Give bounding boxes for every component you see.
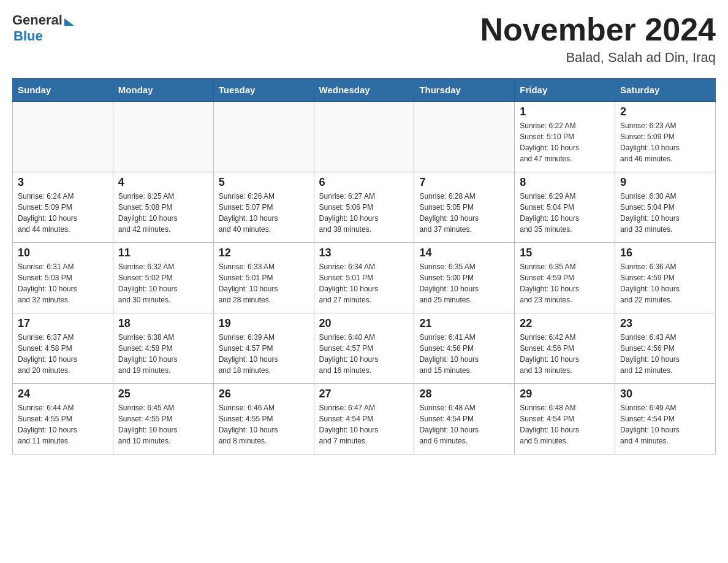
day-info: Sunrise: 6:43 AMSunset: 4:56 PMDaylight:… [620, 332, 710, 376]
day-number: 5 [219, 176, 309, 189]
logo: General Blue [12, 12, 74, 44]
day-number: 26 [219, 388, 309, 400]
calendar-week-row: 3Sunrise: 6:24 AMSunset: 5:09 PMDaylight… [13, 172, 716, 243]
day-number: 9 [620, 176, 710, 189]
day-of-week-header: Friday [515, 79, 615, 102]
day-info: Sunrise: 6:41 AMSunset: 4:56 PMDaylight:… [419, 332, 509, 376]
calendar-table: SundayMondayTuesdayWednesdayThursdayFrid… [12, 78, 716, 454]
day-number: 18 [118, 317, 208, 330]
calendar-day-cell: 12Sunrise: 6:33 AMSunset: 5:01 PMDayligh… [213, 243, 314, 313]
calendar-header-row: SundayMondayTuesdayWednesdayThursdayFrid… [13, 79, 716, 102]
calendar-day-cell: 3Sunrise: 6:24 AMSunset: 5:09 PMDaylight… [13, 172, 113, 243]
day-info: Sunrise: 6:31 AMSunset: 5:03 PMDaylight:… [18, 261, 108, 305]
day-info: Sunrise: 6:38 AMSunset: 4:58 PMDaylight:… [118, 332, 208, 376]
day-number: 3 [18, 176, 108, 189]
day-info: Sunrise: 6:27 AMSunset: 5:06 PMDaylight:… [319, 191, 409, 235]
day-info: Sunrise: 6:32 AMSunset: 5:02 PMDaylight:… [118, 261, 208, 305]
day-info: Sunrise: 6:33 AMSunset: 5:01 PMDaylight:… [219, 261, 309, 305]
day-of-week-header: Thursday [414, 79, 515, 102]
day-number: 8 [520, 176, 610, 189]
day-number: 1 [520, 105, 610, 118]
calendar-day-cell: 10Sunrise: 6:31 AMSunset: 5:03 PMDayligh… [13, 243, 113, 313]
calendar-week-row: 1Sunrise: 6:22 AMSunset: 5:10 PMDaylight… [13, 102, 716, 172]
calendar-day-cell: 24Sunrise: 6:44 AMSunset: 4:55 PMDayligh… [13, 384, 113, 454]
calendar-day-cell: 23Sunrise: 6:43 AMSunset: 4:56 PMDayligh… [615, 313, 716, 384]
day-info: Sunrise: 6:29 AMSunset: 5:04 PMDaylight:… [520, 191, 610, 235]
day-of-week-header: Tuesday [213, 79, 314, 102]
calendar-day-cell [414, 102, 515, 172]
day-number: 25 [118, 388, 208, 400]
calendar-day-cell: 30Sunrise: 6:49 AMSunset: 4:54 PMDayligh… [615, 384, 716, 454]
day-info: Sunrise: 6:48 AMSunset: 4:54 PMDaylight:… [419, 402, 509, 446]
calendar-week-row: 24Sunrise: 6:44 AMSunset: 4:55 PMDayligh… [13, 384, 716, 454]
calendar-day-cell: 15Sunrise: 6:35 AMSunset: 4:59 PMDayligh… [515, 243, 615, 313]
day-number: 2 [620, 105, 710, 118]
day-number: 7 [419, 176, 509, 189]
day-of-week-header: Wednesday [314, 79, 414, 102]
day-number: 6 [319, 176, 409, 189]
logo-blue-text: Blue [13, 28, 43, 44]
calendar-day-cell: 19Sunrise: 6:39 AMSunset: 4:57 PMDayligh… [213, 313, 314, 384]
calendar-day-cell: 27Sunrise: 6:47 AMSunset: 4:54 PMDayligh… [314, 384, 414, 454]
day-info: Sunrise: 6:44 AMSunset: 4:55 PMDaylight:… [18, 402, 108, 446]
day-number: 19 [219, 317, 309, 330]
day-number: 23 [620, 317, 710, 330]
calendar-day-cell: 26Sunrise: 6:46 AMSunset: 4:55 PMDayligh… [213, 384, 314, 454]
day-info: Sunrise: 6:42 AMSunset: 4:56 PMDaylight:… [520, 332, 610, 376]
day-info: Sunrise: 6:28 AMSunset: 5:05 PMDaylight:… [419, 191, 509, 235]
calendar-day-cell: 14Sunrise: 6:35 AMSunset: 5:00 PMDayligh… [414, 243, 515, 313]
day-info: Sunrise: 6:37 AMSunset: 4:58 PMDaylight:… [18, 332, 108, 376]
day-number: 24 [18, 388, 108, 400]
day-number: 15 [520, 247, 610, 259]
day-info: Sunrise: 6:35 AMSunset: 5:00 PMDaylight:… [419, 261, 509, 305]
calendar-day-cell: 4Sunrise: 6:25 AMSunset: 5:08 PMDaylight… [113, 172, 213, 243]
day-number: 14 [419, 247, 509, 259]
day-info: Sunrise: 6:47 AMSunset: 4:54 PMDaylight:… [319, 402, 409, 446]
calendar-title: November 2024 [480, 12, 716, 47]
calendar-day-cell [113, 102, 213, 172]
day-info: Sunrise: 6:39 AMSunset: 4:57 PMDaylight:… [219, 332, 309, 376]
calendar-day-cell: 11Sunrise: 6:32 AMSunset: 5:02 PMDayligh… [113, 243, 213, 313]
calendar-subtitle: Balad, Salah ad Din, Iraq [480, 50, 716, 66]
day-of-week-header: Sunday [13, 79, 113, 102]
day-info: Sunrise: 6:34 AMSunset: 5:01 PMDaylight:… [319, 261, 409, 305]
day-info: Sunrise: 6:30 AMSunset: 5:04 PMDaylight:… [620, 191, 710, 235]
calendar-day-cell: 5Sunrise: 6:26 AMSunset: 5:07 PMDaylight… [213, 172, 314, 243]
day-info: Sunrise: 6:23 AMSunset: 5:09 PMDaylight:… [620, 120, 710, 164]
day-info: Sunrise: 6:22 AMSunset: 5:10 PMDaylight:… [520, 120, 610, 164]
calendar-day-cell: 7Sunrise: 6:28 AMSunset: 5:05 PMDaylight… [414, 172, 515, 243]
day-number: 17 [18, 317, 108, 330]
day-info: Sunrise: 6:36 AMSunset: 4:59 PMDaylight:… [620, 261, 710, 305]
calendar-day-cell: 29Sunrise: 6:48 AMSunset: 4:54 PMDayligh… [515, 384, 615, 454]
calendar-day-cell [314, 102, 414, 172]
day-number: 20 [319, 317, 409, 330]
calendar-day-cell [13, 102, 113, 172]
calendar-day-cell: 25Sunrise: 6:45 AMSunset: 4:55 PMDayligh… [113, 384, 213, 454]
day-info: Sunrise: 6:48 AMSunset: 4:54 PMDaylight:… [520, 402, 610, 446]
calendar-day-cell: 20Sunrise: 6:40 AMSunset: 4:57 PMDayligh… [314, 313, 414, 384]
calendar-day-cell: 2Sunrise: 6:23 AMSunset: 5:09 PMDaylight… [615, 102, 716, 172]
logo-general-text: General [12, 12, 63, 28]
day-info: Sunrise: 6:49 AMSunset: 4:54 PMDaylight:… [620, 402, 710, 446]
calendar-day-cell: 13Sunrise: 6:34 AMSunset: 5:01 PMDayligh… [314, 243, 414, 313]
day-number: 28 [419, 388, 509, 400]
calendar-day-cell: 8Sunrise: 6:29 AMSunset: 5:04 PMDaylight… [515, 172, 615, 243]
title-block: November 2024 Balad, Salah ad Din, Iraq [480, 12, 716, 66]
day-of-week-header: Saturday [615, 79, 716, 102]
page-header: General Blue November 2024 Balad, Salah … [12, 12, 716, 66]
day-number: 4 [118, 176, 208, 189]
day-number: 30 [620, 388, 710, 400]
logo-arrow-icon [64, 18, 74, 26]
day-number: 13 [319, 247, 409, 259]
day-number: 10 [18, 247, 108, 259]
day-info: Sunrise: 6:40 AMSunset: 4:57 PMDaylight:… [319, 332, 409, 376]
day-number: 29 [520, 388, 610, 400]
day-number: 11 [118, 247, 208, 259]
day-of-week-header: Monday [113, 79, 213, 102]
calendar-day-cell [213, 102, 314, 172]
day-number: 27 [319, 388, 409, 400]
logo-line1: General [12, 12, 74, 28]
calendar-week-row: 10Sunrise: 6:31 AMSunset: 5:03 PMDayligh… [13, 243, 716, 313]
calendar-week-row: 17Sunrise: 6:37 AMSunset: 4:58 PMDayligh… [13, 313, 716, 384]
day-info: Sunrise: 6:25 AMSunset: 5:08 PMDaylight:… [118, 191, 208, 235]
